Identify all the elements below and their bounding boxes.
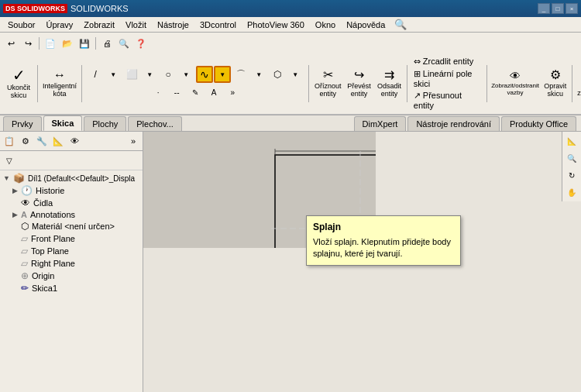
print-button[interactable]: 🖨 <box>99 36 115 51</box>
text-icon[interactable]: A <box>205 84 222 101</box>
tree-item-top-plane[interactable]: ▶ ▱ Top Plane <box>0 245 143 257</box>
tree-item-historie[interactable]: ▶ 🕐 Historie <box>0 184 143 197</box>
search-icon[interactable]: 🔍 <box>394 19 407 30</box>
sketch1-icon: ✏ <box>21 283 29 294</box>
save-button[interactable]: 💾 <box>77 36 92 51</box>
trim-label: Oříznoutentity <box>315 83 342 98</box>
tab-skica[interactable]: Skica <box>43 115 83 131</box>
filter-icon[interactable]: ▽ <box>2 153 17 168</box>
rectangle-tool-button[interactable]: ⬜ ▼ <box>123 66 158 83</box>
help-button[interactable]: ❓ <box>133 36 149 51</box>
spline-tool-button[interactable]: ∿ ▼ <box>196 66 231 83</box>
display-mgr-btn[interactable]: 👁 <box>67 133 82 149</box>
minimize-button[interactable]: _ <box>538 3 550 14</box>
expand-btn[interactable]: » <box>125 133 141 149</box>
toolbar-row1: ↩ ↪ 📄 📂 💾 🖨 🔍 ❓ <box>0 33 581 54</box>
rectangle-icon[interactable]: ⬜ <box>123 66 140 83</box>
tree-item-right-plane[interactable]: ▶ ▱ Right Plane <box>0 257 143 270</box>
view-pan-btn[interactable]: ✋ <box>564 184 579 200</box>
freehand-icon[interactable]: ✎ <box>187 84 204 101</box>
view-normal-btn[interactable]: 📐 <box>564 133 579 149</box>
tree-item-annotations[interactable]: ▶ A Annotations <box>0 209 143 220</box>
linear-pattern-button[interactable]: ⊞ Lineární pole skici <box>411 68 483 89</box>
view-zoom-btn[interactable]: 🔍 <box>564 150 579 166</box>
close-button[interactable]: × <box>566 3 578 14</box>
arc-icon[interactable]: ⌒ <box>232 66 249 83</box>
circle-tool-button[interactable]: ○ ▼ <box>160 66 194 83</box>
mirror-button[interactable]: ⇔ Zrcadlit entity <box>411 56 483 67</box>
main-area: 📋 ⚙ 🔧 📐 👁 » ▽ ▼ 📦 Díl1 (Default<<Default… <box>0 132 581 392</box>
smart-dimension-button[interactable]: ↔ Inteligentníkóta <box>41 64 78 104</box>
spline-dropdown-icon[interactable]: ▼ <box>214 66 231 83</box>
convert-button[interactable]: ↪ Převéstentity <box>345 64 373 104</box>
tree-item-front-plane[interactable]: ▶ ▱ Front Plane <box>0 232 143 245</box>
convert-icon: ↪ <box>354 69 364 81</box>
line-icon[interactable]: / <box>87 66 104 83</box>
menu-napoveda[interactable]: Nápověda <box>342 19 390 31</box>
tab-nastroje-rend[interactable]: Nástroje rendrování <box>407 116 500 131</box>
tab-row1: Prvky Skica Plochy Plechov... DimXpert N… <box>0 115 581 132</box>
view-rotate-btn[interactable]: ↻ <box>564 167 579 183</box>
tree-item-material[interactable]: ▶ ⬡ Materiál <není určen> <box>0 220 143 232</box>
polygon-dropdown-icon[interactable]: ▼ <box>287 66 304 83</box>
quick-snap-button[interactable]: 🎯 Rychlázachytávání <box>576 64 581 104</box>
tree-label-skica1: Skica1 <box>32 284 57 293</box>
tree-label-top-plane: Top Plane <box>31 246 69 256</box>
feature-tree-btn[interactable]: 📋 <box>2 133 17 149</box>
new-button[interactable]: 📄 <box>43 36 58 51</box>
window-controls[interactable]: _ □ × <box>538 3 578 14</box>
zoom-button[interactable]: 🔍 <box>116 36 132 51</box>
menu-soubor[interactable]: Soubor <box>3 19 40 31</box>
tree-item-dil1[interactable]: ▼ 📦 Díl1 (Default<<Default>_Displa <box>0 172 143 184</box>
tree-item-skica1[interactable]: ▶ ✏ Skica1 <box>0 282 143 294</box>
dim-xpert-btn[interactable]: 📐 <box>50 133 66 149</box>
property-mgr-btn[interactable]: ⚙ <box>18 133 33 149</box>
arc-dropdown-icon[interactable]: ▼ <box>250 66 267 83</box>
line-dropdown-icon[interactable]: ▼ <box>105 66 122 83</box>
tab-dimxpert[interactable]: DimXpert <box>354 116 407 131</box>
menu-okno[interactable]: Okno <box>311 19 340 31</box>
tree-item-cidla[interactable]: ▶ 👁 Čidla <box>0 197 143 209</box>
menu-nastroje[interactable]: Nástroje <box>153 19 194 31</box>
menu-upravy[interactable]: Úpravy <box>41 19 77 31</box>
circle-dropdown-icon[interactable]: ▼ <box>177 66 194 83</box>
point-icon[interactable]: · <box>150 84 167 101</box>
move-button[interactable]: ↗ Přesunout entity <box>411 90 483 111</box>
front-plane-icon: ▱ <box>21 233 28 244</box>
repair-sketch-button[interactable]: ⚙ Opravitskicu <box>541 64 569 104</box>
rectangle-dropdown-icon[interactable]: ▼ <box>141 66 158 83</box>
redo-button[interactable]: ↪ <box>20 36 36 51</box>
arc-tool-button[interactable]: ⌒ ▼ <box>232 66 267 83</box>
circle-icon[interactable]: ○ <box>160 66 177 83</box>
repair-label: Opravitskicu <box>544 83 566 98</box>
tooltip-text: Vloží splajn. Klepnutím přidejte body sp… <box>313 236 454 260</box>
separator1 <box>37 65 38 102</box>
polygon-icon[interactable]: ⬡ <box>269 66 286 83</box>
tab-produkty[interactable]: Produkty Office <box>501 116 576 131</box>
undo-button[interactable]: ↩ <box>3 36 19 51</box>
open-button[interactable]: 📂 <box>60 36 75 51</box>
polygon-tool-button[interactable]: ⬡ ▼ <box>269 66 304 83</box>
tab-plechov[interactable]: Plechov... <box>128 116 182 131</box>
menu-photoview[interactable]: PhotoView 360 <box>242 19 309 31</box>
tree-arrow-hist: ▶ <box>12 187 18 194</box>
tree-item-origin[interactable]: ▶ ⊕ Origin <box>0 270 143 282</box>
tab-prvky[interactable]: Prvky <box>3 116 42 131</box>
menu-vlozit[interactable]: Vložit <box>121 19 151 31</box>
construction-line-icon[interactable]: -- <box>168 84 185 101</box>
finish-sketch-button[interactable]: ✓ Ukončitskicu <box>3 64 34 104</box>
trim-button[interactable]: ✂ Oříznoutentity <box>312 64 343 104</box>
maximize-button[interactable]: □ <box>552 3 564 14</box>
offset-button[interactable]: ⇉ Odsaditentity <box>375 64 404 104</box>
spline-icon[interactable]: ∿ <box>196 66 213 83</box>
line-tool-button[interactable]: / ▼ <box>87 66 122 83</box>
show-constraints-button[interactable]: 👁 Zobrazit/odstranitvazby <box>490 64 540 104</box>
left-panel: 📋 ⚙ 🔧 📐 👁 » ▽ ▼ 📦 Díl1 (Default<<Default… <box>0 132 143 392</box>
menu-3dcontrol[interactable]: 3Dcontrol <box>195 19 241 31</box>
config-mgr-btn[interactable]: 🔧 <box>34 133 50 149</box>
smart-dimension-label: Inteligentníkóta <box>43 83 77 98</box>
more-icon[interactable]: » <box>224 84 241 101</box>
drawing-area[interactable]: 200 Splajn Vloží splajn. Klepnutím přide… <box>143 132 581 392</box>
tab-plochy[interactable]: Plochy <box>84 116 126 131</box>
menu-zobrazit[interactable]: Zobrazit <box>79 19 119 31</box>
